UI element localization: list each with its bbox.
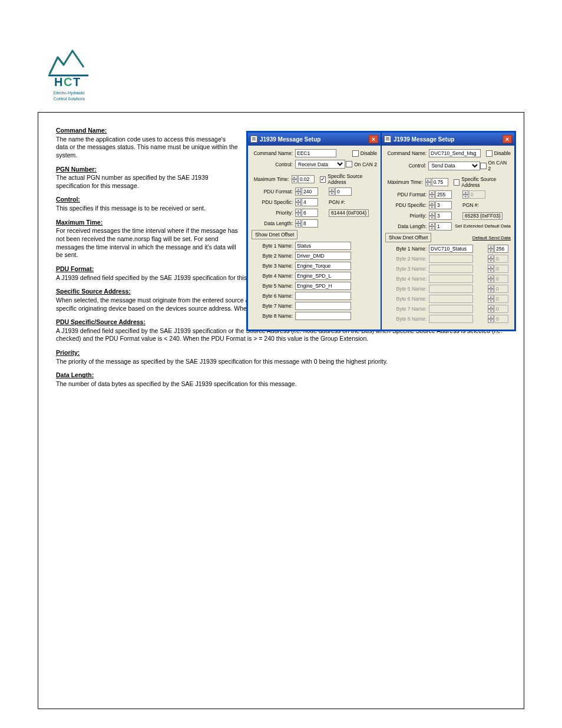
spin-down-icon[interactable]: ▾	[429, 205, 435, 209]
spin-down-icon: ▾	[488, 309, 494, 313]
spin-up-icon[interactable]: ▴	[429, 201, 435, 205]
cmd-name-input[interactable]	[429, 149, 481, 157]
close-icon[interactable]: ×	[369, 135, 378, 143]
byte-name-input	[429, 255, 473, 263]
control-select[interactable]: Receive Data	[295, 160, 345, 169]
titlebar-right: J1939 Message Setup ×	[382, 133, 514, 146]
byte-name-input[interactable]	[295, 302, 351, 310]
spin-down-icon[interactable]: ▾	[295, 192, 301, 196]
pgnnum-label: PGN #:	[462, 202, 479, 208]
byte-name-input[interactable]	[295, 262, 351, 270]
spin-down-icon[interactable]: ▾	[295, 202, 301, 206]
app-icon	[250, 136, 257, 143]
close-icon[interactable]: ×	[503, 135, 512, 143]
dialog-screenshots: J1939 Message Setup × Command Name: Disa…	[246, 131, 516, 331]
pduspecific-input[interactable]	[435, 201, 452, 209]
pduformat-input[interactable]	[302, 187, 318, 196]
byte-name-input[interactable]	[295, 292, 351, 300]
datalength-input[interactable]	[302, 219, 318, 228]
byte-default-input	[494, 295, 508, 303]
spin-up-icon[interactable]: ▴	[295, 198, 301, 202]
spin-up-icon[interactable]: ▴	[295, 219, 301, 223]
disable-checkbox[interactable]	[486, 150, 492, 157]
byte-row: Byte 4 Name:	[252, 272, 377, 280]
datalength-input[interactable]	[435, 222, 452, 230]
definition-heading: Priority:	[56, 349, 506, 357]
maxtime-label: Maximum Time:	[252, 176, 292, 182]
byte-label: Byte 3 Name:	[252, 263, 295, 269]
byte-name-input[interactable]	[295, 242, 351, 250]
byte-name-input	[429, 315, 473, 323]
pduformat-label: PDU Format:	[252, 189, 295, 195]
spin-up-icon[interactable]: ▴	[429, 222, 435, 226]
logo-caption-1: Electro-Hydraulic	[44, 91, 94, 95]
byte-label: Byte 2 Name:	[252, 253, 295, 259]
spin-down-icon[interactable]: ▾	[292, 179, 297, 183]
pduformat-input[interactable]	[435, 190, 452, 199]
byte-label: Byte 1 Name:	[252, 243, 295, 249]
byte-name-input	[429, 265, 473, 273]
priority-label: Priority:	[385, 213, 429, 219]
spin-down-icon[interactable]: ▾	[429, 195, 435, 199]
byte-name-input[interactable]	[295, 272, 351, 280]
spin-up-icon[interactable]: ▴	[295, 187, 301, 192]
definition-heading: Command Name:	[56, 127, 239, 135]
spin-up-icon[interactable]: ▴	[292, 175, 297, 179]
definition-block: Data Length:The number of data bytes as …	[56, 371, 506, 388]
spin-up-icon[interactable]: ▴	[429, 190, 435, 195]
spin-down-icon[interactable]: ▾	[429, 226, 435, 230]
byte-label: Byte 8 Name:	[252, 313, 295, 319]
show-dnet-button[interactable]: Show Dnet Offset	[385, 233, 431, 242]
spin-down-icon[interactable]: ▾	[462, 195, 468, 199]
byte-label: Byte 6 Name:	[385, 296, 429, 302]
ssa-checkbox[interactable]	[454, 179, 459, 186]
spin-down-icon[interactable]: ▾	[425, 182, 431, 186]
byte-name-input[interactable]	[295, 282, 351, 290]
oncan2-checkbox[interactable]	[480, 163, 487, 169]
oncan2-label: On CAN 2	[354, 162, 377, 167]
title-text-right: J1939 Message Setup	[394, 136, 454, 143]
datalength-label: Data Length:	[385, 223, 429, 229]
set-extended-label: Set Extended Default Data	[455, 224, 511, 229]
spin-up-icon[interactable]: ▴	[295, 209, 301, 213]
pduformat-label: PDU Format:	[385, 192, 429, 197]
spin-up-icon[interactable]: ▴	[329, 187, 335, 192]
pduspecific-input[interactable]	[302, 198, 318, 206]
byte-default-input	[494, 265, 508, 273]
priority-label: Priority:	[252, 210, 295, 216]
control-select[interactable]: Send Data	[428, 162, 480, 170]
spin-up-icon[interactable]: ▴	[429, 212, 435, 216]
ssa-value-input[interactable]	[335, 187, 352, 196]
definition-heading: Control:	[56, 196, 239, 204]
byte-row: Byte 8 Name:▴▾	[385, 315, 511, 323]
show-dnet-button[interactable]: Show Dnet Offset	[252, 230, 297, 239]
byte-row: Byte 8 Name:	[252, 312, 377, 320]
control-label: Control:	[252, 162, 295, 167]
spin-down-icon[interactable]: ▾	[488, 249, 494, 253]
pgn-number-display: 61444 (0xF004)	[329, 209, 369, 217]
spin-up-icon[interactable]: ▴	[462, 190, 468, 195]
spin-up-icon[interactable]: ▴	[488, 245, 494, 249]
byte-default-input[interactable]	[494, 245, 508, 253]
cmd-name-label: Command Name:	[385, 150, 429, 156]
maxtime-input[interactable]	[432, 178, 448, 186]
byte-label: Byte 5 Name:	[252, 283, 295, 289]
byte-name-input[interactable]	[295, 312, 351, 320]
maxtime-input[interactable]	[298, 175, 315, 183]
spin-up-icon[interactable]: ▴	[425, 178, 431, 182]
byte-name-input[interactable]	[429, 245, 473, 253]
spin-up-icon: ▴	[488, 285, 494, 289]
spin-down-icon[interactable]: ▾	[429, 216, 435, 220]
spin-down-icon[interactable]: ▾	[295, 213, 301, 217]
spin-down-icon[interactable]: ▾	[295, 223, 301, 228]
priority-input[interactable]	[435, 212, 452, 220]
byte-row: Byte 6 Name:▴▾	[385, 295, 511, 303]
oncan2-checkbox[interactable]	[346, 161, 352, 167]
cmd-name-input[interactable]	[295, 149, 336, 157]
disable-checkbox[interactable]	[352, 150, 359, 157]
byte-name-input[interactable]	[295, 252, 351, 260]
byte-label: Byte 8 Name:	[385, 316, 429, 322]
priority-input[interactable]	[302, 209, 318, 217]
ssa-checkbox[interactable]	[320, 176, 326, 183]
spin-down-icon[interactable]: ▾	[329, 192, 335, 196]
